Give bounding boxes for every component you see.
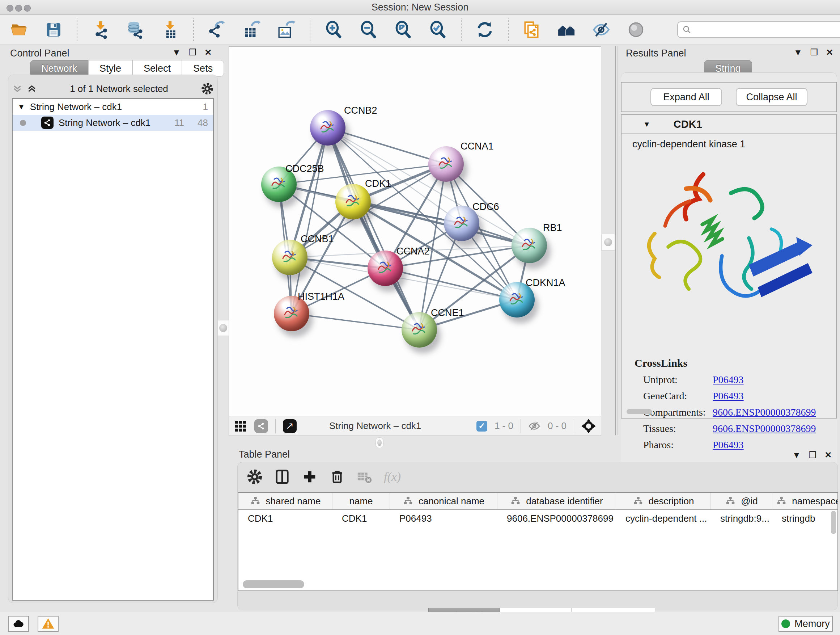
export-table-button[interactable] xyxy=(242,20,261,39)
right-splitter-knob[interactable] xyxy=(601,234,615,250)
zoom-fit-button[interactable] xyxy=(393,20,412,39)
warnings-button[interactable] xyxy=(38,616,58,632)
network-edge[interactable] xyxy=(353,202,529,245)
node-label-ccnb1: CCNB1 xyxy=(301,233,334,245)
import-network-from-database-button[interactable] xyxy=(126,20,145,39)
delete-column-icon[interactable] xyxy=(329,469,346,485)
control-panel: Control Panel ▼ ❒ ✕ NetworkStyleSelectSe… xyxy=(3,46,217,604)
search-icon xyxy=(682,25,692,35)
hidden-eye-icon[interactable] xyxy=(528,420,540,432)
network-node-ccnb2[interactable] xyxy=(310,110,346,146)
table-row[interactable]: CDK1CDK1P064939606.ENSP00000378699cyclin… xyxy=(238,510,837,527)
save-session-button[interactable] xyxy=(44,20,63,39)
node-label-cdkn1a: CDKN1A xyxy=(526,277,565,288)
string-network-icon xyxy=(41,117,54,129)
import-table-icon xyxy=(161,21,179,39)
network-edge[interactable] xyxy=(292,314,419,330)
network-edge[interactable] xyxy=(328,128,446,164)
section-collapse-icon[interactable]: ▼ xyxy=(643,120,651,128)
zoom-in-button[interactable] xyxy=(324,20,343,39)
expand-all-icon[interactable] xyxy=(27,83,37,94)
table-cell[interactable]: P06493 xyxy=(390,510,497,527)
maximize-panel-icon[interactable]: ❒ xyxy=(810,48,818,57)
apply-layout-button[interactable] xyxy=(475,20,494,39)
string-view-icon[interactable] xyxy=(254,419,268,433)
grid-view-icon[interactable] xyxy=(234,420,247,432)
gear-icon[interactable] xyxy=(246,469,263,485)
table-cell[interactable]: CDK1 xyxy=(238,510,332,527)
gear-icon[interactable] xyxy=(201,82,214,95)
section-scrollbar-thumb[interactable] xyxy=(627,409,652,414)
close-panel-icon[interactable]: ✕ xyxy=(826,48,833,57)
add-column-icon[interactable] xyxy=(302,469,318,485)
gene-section-header[interactable]: ▼ CDK1 xyxy=(622,115,836,134)
memory-button[interactable]: Memory xyxy=(778,616,833,632)
import-table-button[interactable] xyxy=(161,20,180,39)
crosslink-link[interactable]: 9606.ENSP00000378699 xyxy=(713,407,816,418)
column-header-databaseidentifier[interactable]: database identifier xyxy=(497,493,616,509)
network-edge-count: 48 xyxy=(189,117,208,128)
column-header-description[interactable]: description xyxy=(616,493,711,509)
cloud-button[interactable] xyxy=(8,616,29,632)
node-label-rb1: RB1 xyxy=(543,222,562,233)
table-cell[interactable]: stringdb:9... xyxy=(711,510,772,527)
show-all-button[interactable] xyxy=(627,20,645,39)
network-tree: ▼ String Network – cdk1 1 String Network… xyxy=(12,98,214,600)
collapse-all-icon[interactable] xyxy=(12,83,23,94)
zoom-out-button[interactable] xyxy=(359,20,378,39)
crosslink-link[interactable]: 9606.ENSP00000378699 xyxy=(713,423,816,434)
float-panel-icon[interactable]: ▼ xyxy=(794,48,802,57)
table-cell[interactable]: stringdb xyxy=(772,510,838,527)
import-network-button[interactable] xyxy=(91,20,110,39)
column-header-namespace[interactable]: namespace xyxy=(772,493,838,509)
crosslink-link[interactable]: P06493 xyxy=(713,374,744,386)
collapse-all-button[interactable]: Collapse All xyxy=(736,88,807,106)
crosslink-link[interactable]: P06493 xyxy=(713,390,744,402)
show-columns-icon[interactable] xyxy=(274,469,291,485)
table-cell[interactable]: cyclin-dependent ... xyxy=(616,510,711,527)
search-field[interactable] xyxy=(677,21,840,38)
zoom-in-icon xyxy=(325,21,343,39)
clone-network-button[interactable] xyxy=(523,20,541,39)
column-header-id[interactable]: @id xyxy=(711,493,772,509)
export-image-button[interactable] xyxy=(277,20,296,39)
vertical-scrollbar-thumb[interactable] xyxy=(831,511,836,534)
left-splitter-knob[interactable] xyxy=(218,320,229,336)
column-header-canonicalname[interactable]: canonical name xyxy=(390,493,497,509)
float-panel-icon[interactable]: ▼ xyxy=(172,48,181,57)
selected-nodes-checkbox[interactable]: ✓ xyxy=(477,421,487,432)
zoom-selected-button[interactable] xyxy=(428,20,447,39)
selected-counts: 1 - 0 xyxy=(494,420,513,432)
network-node-rb1[interactable] xyxy=(512,228,547,263)
column-header-name[interactable]: name xyxy=(332,493,390,509)
open-session-button[interactable] xyxy=(9,20,28,39)
close-panel-icon[interactable]: ✕ xyxy=(824,450,832,460)
table-cell[interactable]: 9606.ENSP00000378699 xyxy=(497,510,616,527)
table-cell[interactable]: CDK1 xyxy=(332,510,390,527)
title-bar: Session: New Session xyxy=(0,0,840,15)
column-header-sharedname[interactable]: shared name xyxy=(238,493,332,509)
maximize-panel-icon[interactable]: ❒ xyxy=(189,48,197,57)
toolbar-separator xyxy=(461,19,462,41)
network-row[interactable]: String Network – cdk1 11 48 xyxy=(13,115,213,131)
home-networks-button[interactable] xyxy=(557,20,576,39)
network-node-ccnb1[interactable] xyxy=(272,240,308,275)
expand-all-button[interactable]: Expand All xyxy=(651,88,722,106)
close-panel-icon[interactable]: ✕ xyxy=(204,48,212,57)
toolbar-separator xyxy=(574,419,574,433)
network-node-ccna1[interactable] xyxy=(428,146,464,182)
bottom-splitter-knob[interactable] xyxy=(376,437,384,448)
float-panel-icon[interactable]: ▼ xyxy=(792,450,801,460)
navigator-crosshair-icon[interactable] xyxy=(581,419,596,433)
network-view-title: String Network – cdk1 xyxy=(329,420,421,432)
search-input[interactable] xyxy=(695,24,840,35)
hide-selected-button[interactable] xyxy=(592,20,611,39)
export-network-button[interactable] xyxy=(208,20,226,39)
network-edge[interactable] xyxy=(292,128,328,314)
open-in-window-icon[interactable]: ↗ xyxy=(283,419,297,433)
network-canvas[interactable]: CCNB2CCNA1CDC25BCDK1CDC6RB1CCNB1CCNA2CDK… xyxy=(229,47,601,416)
network-collection-row[interactable]: ▼ String Network – cdk1 1 xyxy=(13,99,213,115)
horizontal-scrollbar-thumb[interactable] xyxy=(243,580,304,588)
tree-expand-icon[interactable]: ▼ xyxy=(18,103,25,111)
maximize-panel-icon[interactable]: ❒ xyxy=(809,450,817,460)
